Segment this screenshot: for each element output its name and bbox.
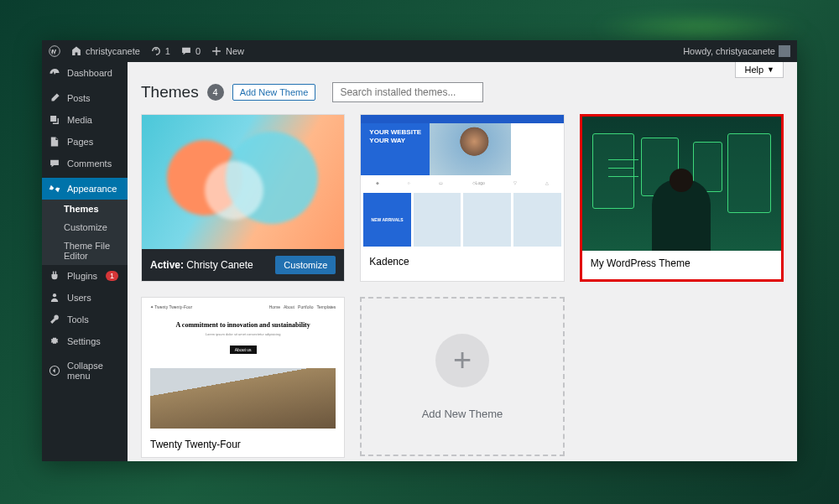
- theme-name: Active: Christy Canete: [150, 259, 253, 271]
- plugins-update-badge: 1: [106, 271, 118, 281]
- add-new-theme-button[interactable]: Add New Theme: [232, 84, 316, 101]
- menu-users[interactable]: Users: [42, 287, 128, 309]
- theme-card-kadence[interactable]: YOUR WEBSITE YOUR WAY ◆○▭◇Logo▽△ NEW ARR…: [360, 114, 564, 282]
- menu-media[interactable]: Media: [42, 109, 128, 131]
- customize-button[interactable]: Customize: [275, 256, 336, 274]
- submenu-customize[interactable]: Customize: [42, 218, 128, 236]
- admin-bar: christycanete 1 0 New Howdy, christyacan…: [42, 40, 797, 62]
- avatar: [779, 45, 790, 57]
- menu-tools[interactable]: Tools: [42, 309, 128, 330]
- theme-name: Kadence: [369, 256, 409, 268]
- theme-name: My WordPress Theme: [591, 257, 690, 269]
- theme-screenshot: [142, 115, 344, 249]
- theme-screenshot: ✦ Twenty Twenty-FourHome About Portfolio…: [142, 298, 344, 432]
- menu-comments[interactable]: Comments: [42, 153, 128, 174]
- menu-pages[interactable]: Pages: [42, 131, 128, 153]
- theme-count-badge: 4: [207, 84, 224, 101]
- theme-name: Twenty Twenty-Four: [150, 439, 241, 450]
- search-input[interactable]: [332, 82, 483, 102]
- add-theme-label: Add New Theme: [422, 408, 503, 420]
- page-title: Themes: [141, 83, 199, 101]
- menu-appearance[interactable]: Appearance: [42, 178, 128, 200]
- site-name: christycanete: [86, 46, 140, 56]
- wp-logo-icon[interactable]: [49, 45, 60, 57]
- help-tab[interactable]: Help ▼: [735, 62, 784, 78]
- theme-card-twentyfour[interactable]: ✦ Twenty Twenty-FourHome About Portfolio…: [141, 297, 345, 458]
- account-link[interactable]: Howdy, christyacanete: [683, 45, 790, 57]
- new-content-link[interactable]: New: [211, 45, 244, 57]
- updates-count: 1: [165, 46, 170, 56]
- theme-card-active[interactable]: Active: Christy Canete Customize: [141, 114, 345, 282]
- menu-plugins[interactable]: Plugins 1: [42, 265, 128, 287]
- comments-link[interactable]: 0: [180, 45, 201, 57]
- theme-card-mytheme[interactable]: My WordPress Theme: [580, 114, 784, 282]
- comments-count: 0: [195, 46, 201, 56]
- menu-dashboard[interactable]: Dashboard: [42, 62, 128, 84]
- content-area: Help ▼ Themes 4 Add New Theme Active:: [128, 62, 797, 461]
- submenu-themes[interactable]: Themes: [42, 200, 128, 218]
- greeting: Howdy, christyacanete: [683, 46, 775, 56]
- collapse-menu[interactable]: Collapse menu: [42, 356, 128, 386]
- theme-screenshot: YOUR WEBSITE YOUR WAY ◆○▭◇Logo▽△ NEW ARR…: [361, 115, 563, 249]
- menu-posts[interactable]: Posts: [42, 87, 128, 109]
- new-label: New: [226, 46, 244, 56]
- site-link[interactable]: christycanete: [70, 45, 140, 57]
- theme-screenshot: [582, 117, 781, 251]
- submenu-theme-file-editor[interactable]: Theme File Editor: [42, 236, 128, 265]
- updates-link[interactable]: 1: [150, 45, 170, 57]
- svg-point-0: [50, 46, 60, 57]
- svg-point-1: [53, 294, 56, 297]
- admin-sidebar: Dashboard Posts Media Pages Comments: [42, 62, 128, 461]
- chevron-down-icon: ▼: [767, 65, 774, 74]
- plus-icon: +: [435, 334, 489, 387]
- menu-settings[interactable]: Settings: [42, 330, 128, 352]
- add-theme-card[interactable]: + Add New Theme: [360, 297, 564, 456]
- submenu-appearance: Themes Customize Theme File Editor: [42, 200, 128, 265]
